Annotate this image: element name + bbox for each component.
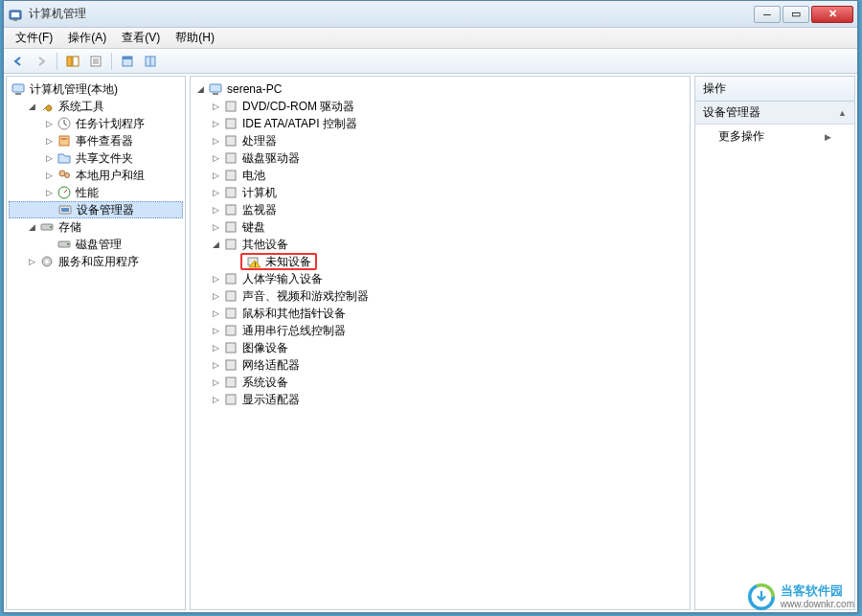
svg-rect-44 bbox=[226, 308, 236, 318]
maximize-button[interactable]: ▭ bbox=[783, 6, 809, 23]
app-icon bbox=[8, 7, 23, 22]
tree-item[interactable]: 设备管理器 bbox=[9, 201, 183, 218]
device-category[interactable]: ▷声音、视频和游戏控制器 bbox=[193, 287, 688, 305]
toggle-icon[interactable]: ▷ bbox=[210, 376, 221, 388]
help-toolbar-button[interactable] bbox=[140, 52, 161, 71]
show-hide-tree-button[interactable] bbox=[62, 52, 83, 71]
toggle-icon[interactable]: ▷ bbox=[210, 290, 221, 302]
menu-file[interactable]: 文件(F) bbox=[8, 28, 60, 48]
center-tree-pane: ◢serena-PC▷DVD/CD-ROM 驱动器▷IDE ATA/ATAPI … bbox=[190, 76, 691, 610]
toggle-icon[interactable]: ▷ bbox=[210, 394, 221, 405]
toggle-icon[interactable]: ▷ bbox=[210, 308, 221, 319]
svg-rect-37 bbox=[226, 205, 236, 215]
device-icon bbox=[223, 306, 238, 321]
svg-rect-1 bbox=[11, 12, 19, 17]
forward-button[interactable] bbox=[31, 52, 52, 71]
tree-item[interactable]: ▷本地用户和组 bbox=[9, 167, 183, 184]
svg-rect-36 bbox=[226, 188, 236, 197]
device-item-highlighted[interactable]: !未知设备 bbox=[193, 253, 688, 270]
properties-button[interactable] bbox=[85, 52, 106, 71]
toggle-icon[interactable]: ▷ bbox=[43, 135, 55, 147]
minimize-button[interactable]: ─ bbox=[754, 6, 781, 23]
toggle-icon[interactable]: ▷ bbox=[210, 204, 221, 216]
device-category[interactable]: ▷显示适配器 bbox=[193, 391, 688, 408]
device-root[interactable]: ◢serena-PC bbox=[193, 80, 688, 98]
toggle-icon[interactable]: ▷ bbox=[210, 325, 221, 336]
toggle-icon[interactable]: ▷ bbox=[210, 118, 221, 129]
svg-rect-2 bbox=[13, 19, 17, 21]
group-icon bbox=[39, 219, 55, 235]
svg-rect-31 bbox=[226, 102, 236, 111]
device-category[interactable]: ▷监视器 bbox=[193, 201, 688, 218]
actions-section-label: 设备管理器 bbox=[703, 104, 760, 121]
device-category[interactable]: ▷磁盘驱动器 bbox=[193, 149, 688, 167]
toggle-icon[interactable]: ▷ bbox=[43, 187, 55, 198]
view-button[interactable] bbox=[117, 52, 138, 71]
actions-section[interactable]: 设备管理器 ▲ bbox=[695, 102, 854, 125]
toggle-icon[interactable]: ▷ bbox=[26, 256, 37, 267]
toggle-icon[interactable]: ◢ bbox=[26, 221, 37, 233]
device-category[interactable]: ▷处理器 bbox=[193, 132, 688, 149]
toggle-icon[interactable]: ▷ bbox=[43, 170, 55, 181]
device-category[interactable]: ▷鼠标和其他指针设备 bbox=[193, 305, 688, 322]
device-category[interactable]: ▷通用串行总线控制器 bbox=[193, 322, 688, 339]
device-category[interactable]: ▷DVD/CD-ROM 驱动器 bbox=[193, 98, 688, 115]
svg-rect-34 bbox=[226, 153, 236, 163]
toggle-icon[interactable]: ▷ bbox=[210, 221, 221, 233]
menu-help[interactable]: 帮助(H) bbox=[168, 28, 222, 48]
svg-rect-29 bbox=[210, 84, 221, 92]
toggle-icon[interactable]: ▷ bbox=[210, 342, 221, 354]
tree-item[interactable]: 磁盘管理 bbox=[9, 236, 183, 253]
toggle-icon[interactable]: ▷ bbox=[210, 135, 221, 147]
device-category[interactable]: ▷电池 bbox=[193, 167, 688, 184]
tree-group[interactable]: ◢存储 bbox=[9, 218, 183, 236]
toggle-icon[interactable]: ▷ bbox=[210, 273, 221, 285]
device-category[interactable]: ▷键盘 bbox=[193, 218, 688, 236]
toggle-icon[interactable]: ◢ bbox=[194, 83, 206, 95]
toggle-icon[interactable]: ▷ bbox=[210, 101, 221, 112]
device-icon bbox=[223, 219, 238, 235]
tree-root[interactable]: 计算机管理(本地) bbox=[9, 80, 183, 98]
device-category[interactable]: ▷计算机 bbox=[193, 184, 688, 201]
computer-icon bbox=[208, 81, 223, 97]
tree-group[interactable]: ▷服务和应用程序 bbox=[9, 253, 183, 270]
svg-point-28 bbox=[45, 260, 49, 263]
device-category[interactable]: ▷人体学输入设备 bbox=[193, 270, 688, 287]
toggle-icon[interactable]: ▷ bbox=[210, 170, 221, 181]
menu-view[interactable]: 查看(V) bbox=[114, 28, 168, 48]
svg-rect-35 bbox=[226, 171, 236, 180]
device-icon bbox=[223, 133, 238, 148]
device-icon bbox=[223, 288, 238, 304]
item-icon bbox=[57, 185, 72, 200]
toggle-icon[interactable]: ▷ bbox=[210, 152, 221, 164]
toggle-icon[interactable]: ◢ bbox=[210, 239, 221, 250]
tree-item[interactable]: ▷任务计划程序 bbox=[9, 115, 183, 132]
device-category[interactable]: ▷网络适配器 bbox=[193, 356, 688, 374]
menubar: 文件(F) 操作(A) 查看(V) 帮助(H) bbox=[4, 28, 857, 49]
left-tree-pane: 计算机管理(本地)◢系统工具▷任务计划程序▷事件查看器▷共享文件夹▷本地用户和组… bbox=[6, 76, 186, 610]
toggle-icon[interactable]: ◢ bbox=[26, 101, 37, 112]
back-button[interactable] bbox=[8, 52, 29, 71]
menu-action[interactable]: 操作(A) bbox=[60, 28, 114, 48]
toggle-icon[interactable] bbox=[44, 204, 56, 216]
toggle-icon[interactable]: ▷ bbox=[43, 118, 55, 129]
actions-header: 操作 bbox=[695, 77, 854, 102]
device-category[interactable]: ▷IDE ATA/ATAPI 控制器 bbox=[193, 115, 688, 132]
svg-rect-47 bbox=[226, 360, 236, 370]
close-button[interactable]: ✕ bbox=[811, 6, 853, 23]
toggle-icon[interactable]: ▷ bbox=[210, 187, 221, 198]
toggle-icon[interactable]: ▷ bbox=[210, 359, 221, 371]
tree-item[interactable]: ▷共享文件夹 bbox=[9, 149, 183, 167]
group-icon bbox=[39, 254, 55, 269]
device-icon bbox=[223, 323, 238, 338]
device-category[interactable]: ◢其他设备 bbox=[193, 236, 688, 253]
svg-text:!: ! bbox=[255, 262, 257, 268]
tree-group[interactable]: ◢系统工具 bbox=[9, 98, 183, 115]
toggle-icon[interactable]: ▷ bbox=[43, 152, 55, 164]
more-actions-item[interactable]: 更多操作 ▶ bbox=[695, 125, 854, 148]
device-category[interactable]: ▷图像设备 bbox=[193, 339, 688, 356]
device-category[interactable]: ▷系统设备 bbox=[193, 374, 688, 391]
tree-item[interactable]: ▷事件查看器 bbox=[9, 132, 183, 149]
tree-item[interactable]: ▷性能 bbox=[9, 184, 183, 201]
toggle-icon[interactable] bbox=[43, 239, 55, 250]
